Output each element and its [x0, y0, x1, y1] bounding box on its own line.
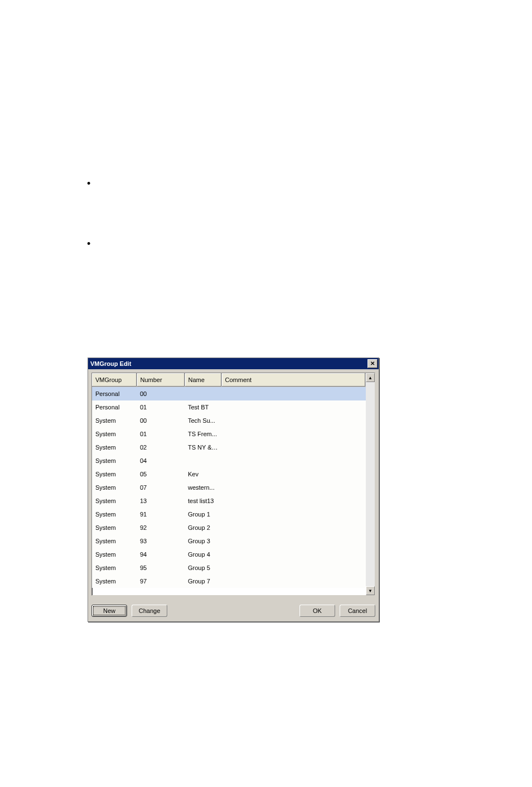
dialog-body: VMGroup Number Name Comment Personal00Pe… [88, 369, 379, 599]
cell-comment [221, 454, 366, 467]
cell-number: 05 [137, 467, 185, 481]
cell-vmgroup: System [92, 574, 137, 588]
cell-comment [221, 508, 366, 521]
cell-number: 92 [137, 521, 185, 534]
cell-vmgroup: System [92, 467, 137, 481]
cell-name: Group 1 [185, 508, 221, 521]
col-header-comment[interactable]: Comment [221, 373, 366, 387]
cell-comment [221, 561, 366, 574]
cell-vmgroup: System [92, 441, 137, 454]
cell-comment [221, 400, 366, 414]
vertical-scrollbar[interactable]: ▲ ▼ [366, 373, 375, 595]
cell-comment [221, 441, 366, 454]
table-row[interactable]: System05Kev [92, 467, 366, 481]
cell-vmgroup: System [92, 454, 137, 467]
cell-comment [221, 481, 366, 494]
table-row[interactable]: Personal01Test BT [92, 400, 366, 414]
cell-vmgroup: System [92, 521, 137, 534]
scroll-track[interactable] [366, 382, 375, 586]
scroll-up-button[interactable]: ▲ [366, 373, 375, 382]
cell-name: Kev [185, 467, 221, 481]
cell-comment [221, 548, 366, 561]
cell-vmgroup: System [92, 508, 137, 521]
cell-number: 91 [137, 508, 185, 521]
table-row[interactable]: System02TS NY &TX [92, 441, 366, 454]
ok-button[interactable]: OK [299, 605, 335, 617]
cell-number: 01 [137, 400, 185, 414]
table-row[interactable]: System04 [92, 454, 366, 467]
table-row[interactable]: System07western... [92, 481, 366, 494]
cell-vmgroup: Personal [92, 387, 137, 401]
cell-number: 04 [137, 454, 185, 467]
table-row[interactable]: System95Group 5 [92, 561, 366, 574]
table-row[interactable]: System00Tech Su... [92, 414, 366, 427]
cell-name: Group 4 [185, 548, 221, 561]
cell-number: 01 [137, 427, 185, 441]
table-row[interactable]: System93Group 3 [92, 534, 366, 548]
cell-number: 00 [137, 414, 185, 427]
cancel-button[interactable]: Cancel [340, 605, 375, 617]
cell-comment [221, 414, 366, 427]
cell-name [185, 387, 221, 401]
table-header-row: VMGroup Number Name Comment [92, 373, 366, 387]
cell-name: Group 3 [185, 534, 221, 548]
cell-vmgroup: System [92, 561, 137, 574]
cell-comment [221, 574, 366, 588]
cell-vmgroup: System [92, 534, 137, 548]
cell-number: 02 [137, 441, 185, 454]
cell-name: Tech Su... [185, 414, 221, 427]
cell-name: test list13 [185, 494, 221, 508]
cell-name [185, 454, 221, 467]
chevron-down-icon: ▼ [368, 588, 373, 593]
scroll-down-button[interactable]: ▼ [366, 586, 375, 595]
cell-vmgroup: System [92, 427, 137, 441]
col-header-number[interactable]: Number [137, 373, 185, 387]
cell-vmgroup: System [92, 481, 137, 494]
cell-vmgroup: System [92, 494, 137, 508]
cell-comment [221, 521, 366, 534]
col-header-name[interactable]: Name [185, 373, 221, 387]
cell-number: 97 [137, 574, 185, 588]
cell-name: Group 2 [185, 521, 221, 534]
cell-number: 13 [137, 494, 185, 508]
new-button[interactable]: New [91, 605, 127, 617]
change-button[interactable]: Change [132, 605, 167, 617]
cell-vmgroup: System [92, 548, 137, 561]
bullet-item: • [87, 239, 90, 249]
col-header-vmgroup[interactable]: VMGroup [92, 373, 137, 387]
titlebar[interactable]: VMGroup Edit ✕ [88, 358, 379, 369]
close-button[interactable]: ✕ [367, 359, 378, 368]
cell-number: 95 [137, 561, 185, 574]
vmgroup-listview[interactable]: VMGroup Number Name Comment Personal00Pe… [91, 373, 375, 596]
cell-vmgroup: Personal [92, 400, 137, 414]
cell-number: 00 [137, 387, 185, 401]
cell-name: TS NY &TX [185, 441, 221, 454]
table-row[interactable]: System92Group 2 [92, 521, 366, 534]
cell-comment [221, 427, 366, 441]
table-row[interactable]: System91Group 1 [92, 508, 366, 521]
button-row: New Change OK Cancel [88, 599, 379, 621]
cell-number: 94 [137, 548, 185, 561]
cell-name: Group 7 [185, 574, 221, 588]
bullet-item: • [87, 178, 90, 189]
cell-number: 93 [137, 534, 185, 548]
table-row[interactable]: System97Group 7 [92, 574, 366, 588]
chevron-up-icon: ▲ [368, 375, 373, 380]
spacer [172, 605, 295, 617]
close-icon: ✕ [370, 361, 375, 366]
cell-name: Group 5 [185, 561, 221, 574]
cell-comment [221, 494, 366, 508]
table-row[interactable]: System01TS Frem... [92, 427, 366, 441]
table-row[interactable]: System94Group 4 [92, 548, 366, 561]
vmgroup-edit-dialog: VMGroup Edit ✕ VMGroup Number [88, 358, 379, 622]
cell-comment [221, 467, 366, 481]
cell-name: TS Frem... [185, 427, 221, 441]
cell-vmgroup: System [92, 414, 137, 427]
table-row[interactable]: System13test list13 [92, 494, 366, 508]
cell-name: western... [185, 481, 221, 494]
cell-number: 07 [137, 481, 185, 494]
cell-name: Test BT [185, 400, 221, 414]
cell-comment [221, 534, 366, 548]
table-row[interactable]: Personal00 [92, 387, 366, 401]
dialog-title: VMGroup Edit [90, 360, 367, 367]
